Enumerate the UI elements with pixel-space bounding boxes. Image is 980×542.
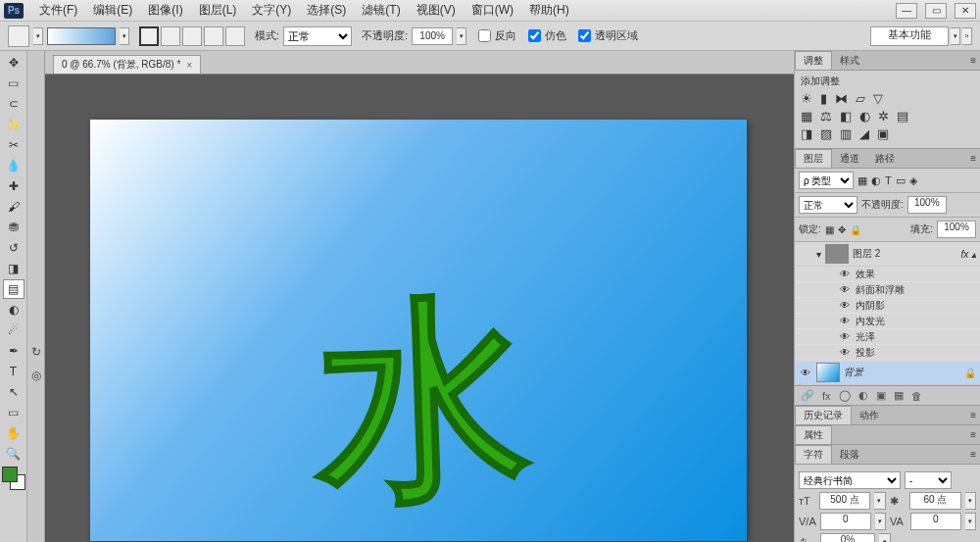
- gradient-angle[interactable]: [182, 26, 202, 46]
- menu-edit[interactable]: 编辑(E): [85, 0, 140, 21]
- fx-inner-shadow[interactable]: 👁内阴影: [795, 298, 980, 314]
- gradient-dropdown[interactable]: ▾: [120, 27, 129, 45]
- tracking-value[interactable]: 0: [910, 513, 961, 530]
- fx-visibility-icon[interactable]: 👁: [838, 269, 852, 279]
- lock-pixels-icon[interactable]: ▦: [825, 224, 834, 235]
- adj-exposure-icon[interactable]: ▱: [856, 91, 865, 106]
- wand-tool[interactable]: ✨: [3, 115, 24, 134]
- crop-tool[interactable]: ✂: [3, 135, 24, 155]
- eraser-tool[interactable]: ◨: [3, 259, 24, 278]
- opacity-dropdown[interactable]: ▾: [457, 27, 466, 45]
- fill-value[interactable]: 100%: [937, 221, 976, 238]
- background-layer-row[interactable]: 👁 背景 🔒: [795, 361, 980, 385]
- adj-gradient-icon[interactable]: ◢: [859, 126, 869, 141]
- marquee-tool[interactable]: ▭: [3, 74, 24, 93]
- eyedropper-tool[interactable]: 💧: [3, 156, 24, 175]
- adj-threshold-icon[interactable]: ▥: [840, 126, 852, 141]
- tab-close-icon[interactable]: ×: [186, 60, 192, 71]
- menu-image[interactable]: 图像(I): [140, 0, 190, 21]
- fx-badge[interactable]: fx ▴: [960, 249, 976, 260]
- kerning-dd[interactable]: ▾: [875, 513, 886, 530]
- panel-menu-icon[interactable]: ≡: [970, 55, 980, 66]
- height-dd[interactable]: ▾: [879, 533, 891, 542]
- dock-refresh-icon[interactable]: ↻: [31, 345, 41, 359]
- adjustments-tab[interactable]: 调整: [795, 51, 832, 70]
- gradient-reflected[interactable]: [204, 26, 223, 46]
- blend-mode-select[interactable]: 正常: [283, 26, 352, 46]
- layer-filter-select[interactable]: ρ 类型: [799, 172, 854, 189]
- filter-pixel-icon[interactable]: ▦: [858, 174, 867, 187]
- workspace-dd[interactable]: ▾: [951, 27, 960, 45]
- adj-levels-icon[interactable]: ▮: [820, 91, 827, 106]
- adj-lut-icon[interactable]: ▤: [897, 109, 908, 123]
- styles-tab[interactable]: 样式: [832, 52, 867, 70]
- menu-window[interactable]: 窗口(W): [464, 0, 521, 21]
- props-menu-icon[interactable]: ≡: [970, 429, 980, 440]
- document-tab[interactable]: 0 @ 66.7% (背景, RGB/8) * ×: [53, 55, 201, 74]
- kerning-value[interactable]: 0: [820, 513, 871, 530]
- reverse-checkbox[interactable]: [478, 29, 491, 42]
- opacity-value[interactable]: 100%: [412, 27, 453, 45]
- height-value[interactable]: 0%: [820, 533, 875, 542]
- fx-inner-glow[interactable]: 👁内发光: [795, 314, 980, 329]
- dither-checkbox[interactable]: [528, 29, 541, 42]
- tracking-dd[interactable]: ▾: [965, 513, 976, 530]
- healing-tool[interactable]: ✚: [3, 176, 24, 196]
- menu-select[interactable]: 选择(S): [299, 0, 354, 21]
- tool-preset-arrow[interactable]: ▾: [33, 27, 43, 45]
- paragraph-tab[interactable]: 段落: [832, 446, 867, 464]
- adj-vibrance-icon[interactable]: ▽: [873, 91, 883, 106]
- type-tool[interactable]: T: [3, 362, 24, 381]
- adj-invert-icon[interactable]: ◨: [801, 126, 812, 141]
- menu-layer[interactable]: 图层(L): [191, 0, 245, 21]
- lock-position-icon[interactable]: ✥: [838, 224, 846, 235]
- gradient-diamond[interactable]: [225, 26, 245, 46]
- fx-satin[interactable]: 👁光泽: [795, 329, 980, 345]
- character-tab[interactable]: 字符: [795, 445, 832, 464]
- menu-file[interactable]: 文件(F): [31, 0, 85, 21]
- shape-tool[interactable]: ▭: [3, 403, 24, 422]
- adj-photo-icon[interactable]: ◐: [859, 109, 870, 123]
- zoom-tool[interactable]: 🔍: [3, 444, 24, 464]
- adj-bw-icon[interactable]: ◧: [840, 109, 852, 123]
- mask-icon[interactable]: ◯: [839, 389, 851, 402]
- filter-smart-icon[interactable]: ◈: [909, 174, 917, 187]
- gradient-tool[interactable]: ▤: [3, 279, 24, 299]
- fx-drop-shadow[interactable]: 👁投影: [795, 345, 980, 361]
- layer-opacity-value[interactable]: 100%: [907, 196, 947, 214]
- hand-tool[interactable]: ✋: [3, 423, 24, 443]
- filter-adjust-icon[interactable]: ◐: [871, 174, 881, 187]
- filter-shape-icon[interactable]: ▭: [896, 174, 906, 187]
- layer-name[interactable]: 图层 2: [853, 247, 880, 261]
- layers-menu-icon[interactable]: ≡: [970, 153, 980, 164]
- leading-dd[interactable]: ▾: [965, 492, 976, 510]
- fx-eye-icon[interactable]: 👁: [838, 347, 852, 358]
- move-tool[interactable]: ✥: [3, 53, 24, 73]
- menu-help[interactable]: 帮助(H): [521, 0, 577, 21]
- font-family-select[interactable]: 经典行书简: [799, 471, 901, 489]
- minimize-button[interactable]: —: [896, 3, 917, 19]
- fx-eye-icon[interactable]: 👁: [838, 316, 852, 326]
- adj-hue-icon[interactable]: ▦: [801, 109, 812, 123]
- lock-all-icon[interactable]: 🔒: [850, 224, 861, 235]
- fx-bevel[interactable]: 👁斜面和浮雕: [795, 282, 980, 298]
- workspace-menu[interactable]: »: [962, 27, 972, 45]
- adj-poster-icon[interactable]: ▨: [820, 126, 832, 141]
- adj-mixer-icon[interactable]: ✲: [878, 109, 889, 123]
- font-size-dd[interactable]: ▾: [874, 492, 885, 510]
- channels-tab[interactable]: 通道: [832, 150, 867, 168]
- delete-layer-icon[interactable]: 🗑: [911, 390, 922, 402]
- link-layers-icon[interactable]: 🔗: [801, 389, 814, 402]
- fx-eye-icon[interactable]: 👁: [838, 284, 852, 295]
- paths-tab[interactable]: 路径: [867, 150, 903, 168]
- gradient-linear[interactable]: [139, 26, 159, 46]
- adj-brightness-icon[interactable]: ☀: [801, 91, 812, 106]
- font-style-select[interactable]: -: [905, 471, 952, 489]
- visibility-icon[interactable]: 👁: [799, 368, 812, 378]
- group-icon[interactable]: ▣: [876, 389, 886, 402]
- fx-icon[interactable]: fx: [822, 390, 831, 402]
- font-size-value[interactable]: 500 点: [819, 492, 870, 510]
- char-menu-icon[interactable]: ≡: [970, 449, 980, 460]
- lasso-tool[interactable]: ⊂: [3, 94, 24, 114]
- filter-type-icon[interactable]: T: [885, 174, 892, 187]
